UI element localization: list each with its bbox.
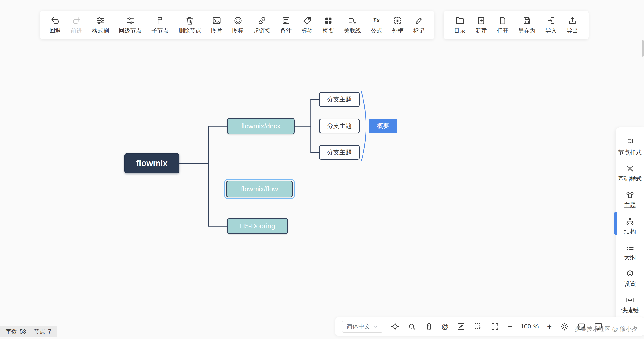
tag-icon [302, 16, 312, 25]
sibling-node-label: 同级节点 [119, 27, 142, 34]
word-count: 字数 53 [6, 328, 26, 335]
bottom-toolbar: 简体中文 @ − 100 % + [335, 318, 644, 336]
mindmap-summary-node[interactable]: 概要 [369, 119, 397, 133]
outline-icon [626, 243, 634, 252]
folder-icon [455, 16, 464, 25]
save-as-label: 另存为 [518, 27, 536, 34]
child-node-label: 子节点 [152, 27, 168, 34]
language-value: 简体中文 [346, 322, 370, 330]
mindmap-branch-node-1[interactable]: 分支主题 [319, 92, 360, 107]
node-count-label: 节点 [34, 328, 45, 335]
sidebar-label-shortcuts: 快捷键 [621, 306, 639, 314]
zoom-value: 100 [521, 323, 531, 330]
mouse-icon[interactable] [424, 322, 433, 331]
sidebar-label-node-style: 节点样式 [618, 148, 642, 156]
zoom-out-button[interactable]: − [508, 322, 512, 331]
edit-icon[interactable] [457, 322, 465, 331]
mention-icon[interactable]: @ [442, 323, 448, 330]
search-icon[interactable] [408, 322, 416, 331]
brightness-icon[interactable] [560, 322, 569, 331]
sidebar-label-theme: 主题 [624, 201, 636, 209]
marker-label: 标记 [413, 27, 424, 34]
locate-icon[interactable] [391, 322, 400, 331]
file-toolbar: 目录 新建 打开 另存为 导入 导出 [444, 11, 588, 40]
frame-icon [393, 16, 402, 25]
summary-label: 概要 [323, 27, 334, 34]
structure-icon [626, 217, 634, 226]
new-file-button[interactable]: 新建 [476, 16, 487, 34]
mindmap-connectors [0, 0, 644, 339]
trash-icon [185, 16, 194, 25]
theme-shirt-icon [626, 190, 634, 199]
undo-button[interactable]: 回退 [50, 16, 61, 34]
summary-brace [362, 92, 366, 161]
outer-frame-button[interactable]: 外框 [392, 16, 403, 34]
link-icon [258, 16, 266, 25]
sidebar-item-settings[interactable]: 设置 [624, 269, 636, 288]
redo-button[interactable]: 前进 [71, 16, 82, 34]
right-sidebar: 节点样式 基础样式 主题 结构 大纲 设置 快捷键 [616, 127, 644, 325]
minimap-icon[interactable] [577, 322, 586, 331]
relation-line-label: 关联线 [344, 27, 361, 34]
edit-toolbar: 回退 前进 格式刷 同级节点 子节点 删除节点 图片 图标 超链接 备注 标签 [40, 11, 434, 40]
presentation-icon[interactable] [594, 322, 603, 331]
sidebar-item-structure[interactable]: 结构 [624, 217, 636, 236]
sibling-node-button[interactable]: 同级节点 [119, 16, 142, 34]
zoom-in-button[interactable]: + [547, 322, 552, 331]
hyperlink-button[interactable]: 超链接 [253, 16, 270, 34]
sibling-node-icon [126, 16, 135, 25]
keyboard-icon [626, 296, 634, 304]
chevron-down-icon [373, 324, 378, 329]
emoji-button[interactable]: 图标 [232, 16, 244, 34]
tag-button[interactable]: 标签 [302, 16, 313, 34]
directory-label: 目录 [454, 27, 466, 34]
export-icon [568, 16, 577, 25]
statusbar: 字数 53 节点 7 [0, 326, 57, 337]
sidebar-item-basic-style[interactable]: 基础样式 [618, 164, 642, 183]
sidebar-label-basic-style: 基础样式 [618, 175, 642, 183]
vertical-scrollbar-thumb[interactable] [642, 40, 644, 56]
mindmap-branch-node-2[interactable]: 分支主题 [319, 119, 360, 133]
note-button[interactable]: 备注 [280, 16, 292, 34]
export-label: 导出 [566, 27, 578, 34]
sidebar-item-outline[interactable]: 大纲 [624, 243, 636, 262]
emoji-icon [233, 16, 242, 25]
fullscreen-icon[interactable] [490, 322, 499, 331]
sidebar-item-theme[interactable]: 主题 [624, 190, 636, 209]
sidebar-item-node-style[interactable]: 节点样式 [618, 138, 642, 156]
formula-button[interactable]: Σx 公式 [371, 16, 382, 34]
word-count-value: 53 [20, 328, 26, 335]
redo-label: 前进 [71, 27, 82, 34]
sidebar-label-structure: 结构 [624, 228, 636, 236]
format-painter-button[interactable]: 格式刷 [92, 16, 109, 34]
image-button[interactable]: 图片 [211, 16, 222, 34]
marquee-select-icon[interactable] [474, 322, 482, 331]
summary-button[interactable]: 概要 [323, 16, 334, 34]
mindmap-node-h5-dooring[interactable]: H5-Dooring [227, 218, 288, 234]
export-button[interactable]: 导出 [566, 16, 578, 34]
summary-grid-icon [324, 16, 333, 25]
open-file-button[interactable]: 打开 [497, 16, 508, 34]
delete-node-label: 删除节点 [178, 27, 201, 34]
mindmap-node-flowmix-docx[interactable]: flowmix/docx [227, 118, 294, 134]
emoji-label: 图标 [232, 27, 244, 34]
note-label: 备注 [280, 27, 292, 34]
import-button[interactable]: 导入 [545, 16, 557, 34]
mindmap-node-flowmix-flow-selected[interactable]: flowmix/flow [226, 181, 293, 197]
directory-button[interactable]: 目录 [454, 16, 466, 34]
delete-node-button[interactable]: 删除节点 [178, 16, 201, 34]
child-node-button[interactable]: 子节点 [152, 16, 168, 34]
child-node-icon [156, 16, 165, 25]
language-select[interactable]: 简体中文 [342, 321, 382, 332]
node-count-value: 7 [48, 328, 51, 335]
sidebar-item-shortcuts[interactable]: 快捷键 [621, 296, 639, 314]
node-count: 节点 7 [34, 328, 51, 335]
marker-button[interactable]: 标记 [413, 16, 424, 34]
mindmap-branch-node-3[interactable]: 分支主题 [319, 145, 360, 160]
marker-icon [414, 16, 424, 25]
mindmap-root-node[interactable]: flowmix [124, 153, 179, 174]
formula-icon: Σx [372, 16, 381, 25]
save-as-button[interactable]: 另存为 [518, 16, 536, 34]
zoom-unit: % [534, 323, 539, 330]
relation-line-button[interactable]: 关联线 [344, 16, 361, 34]
